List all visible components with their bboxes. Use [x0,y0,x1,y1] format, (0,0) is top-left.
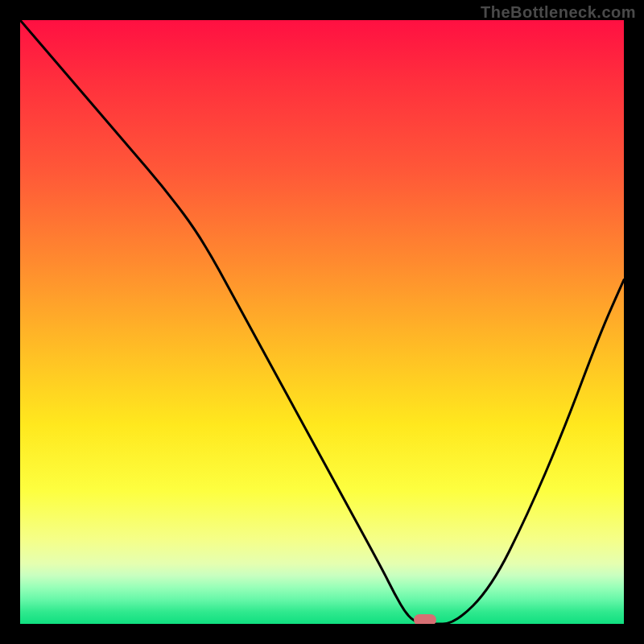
bottleneck-line-svg [20,20,624,624]
watermark-text: TheBottleneck.com [481,3,636,22]
optimal-marker [414,614,436,624]
plot-area [20,20,624,624]
chart-container: TheBottleneck.com [0,0,644,644]
bottleneck-curve-path [20,20,624,624]
